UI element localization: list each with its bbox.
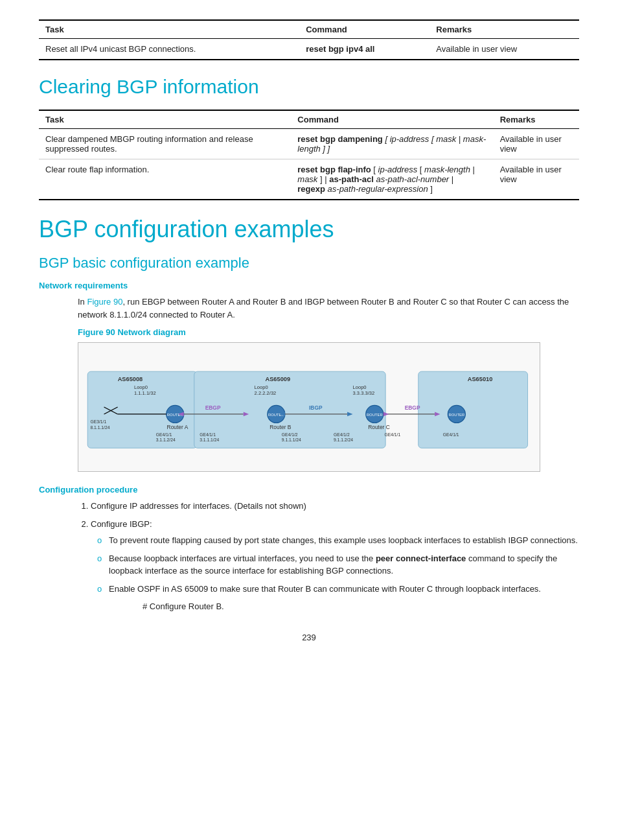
svg-text:EBGP: EBGP bbox=[405, 404, 420, 411]
svg-text:9.1.1.2/24: 9.1.1.2/24 bbox=[334, 438, 353, 442]
svg-text:Router C: Router C bbox=[368, 424, 390, 430]
svg-text:ROUTER: ROUTER bbox=[367, 413, 383, 417]
svg-text:3.3.3.3/32: 3.3.3.3/32 bbox=[353, 390, 375, 396]
svg-text:8.1.1.1/24: 8.1.1.1/24 bbox=[90, 425, 109, 430]
hash-line: # Configure Router B. bbox=[143, 600, 579, 613]
command-cell: reset bgp ipv4 all bbox=[299, 39, 429, 60]
list-item: To prevent route flapping caused by port… bbox=[97, 534, 579, 547]
top-col-remarks: Remarks bbox=[429, 20, 579, 39]
svg-text:EBGP: EBGP bbox=[205, 404, 221, 411]
svg-text:Loop0: Loop0 bbox=[134, 384, 148, 390]
top-table-section: Task Command Remarks Reset all IPv4 unic… bbox=[39, 19, 579, 60]
figure-90-link[interactable]: Figure 90 bbox=[87, 297, 122, 307]
svg-text:3.1.1.2/24: 3.1.1.2/24 bbox=[156, 438, 176, 442]
svg-text:9.1.1.1/24: 9.1.1.1/24 bbox=[282, 438, 301, 442]
list-item: Because loopback interfaces are virtual … bbox=[97, 552, 579, 578]
table-row: Reset all IPv4 unicast BGP connections. … bbox=[39, 39, 579, 60]
svg-text:GE4/1/1: GE4/1/1 bbox=[200, 432, 216, 437]
command-cell: reset bgp flap-info [ ip-address [ mask-… bbox=[291, 159, 493, 200]
svg-text:ROUTER: ROUTER bbox=[448, 413, 464, 417]
svg-text:GE4/1/1: GE4/1/1 bbox=[384, 432, 400, 437]
svg-text:GE4/1/2: GE4/1/2 bbox=[334, 432, 350, 437]
svg-text:GE4/1/1: GE4/1/1 bbox=[443, 432, 459, 437]
svg-text:GE4/1/1: GE4/1/1 bbox=[156, 432, 172, 437]
bgp-examples-title: BGP configuration examples bbox=[39, 216, 579, 243]
top-col-command: Command bbox=[299, 20, 429, 39]
network-req-title: Network requirements bbox=[39, 281, 579, 290]
svg-text:Router B: Router B bbox=[269, 424, 292, 430]
clearing-table: Task Command Remarks Clear dampened MBGP… bbox=[39, 110, 579, 200]
page-number: 239 bbox=[39, 633, 579, 642]
list-item: Configure IP addresses for interfaces. (… bbox=[91, 500, 579, 513]
config-steps: Configure IP addresses for interfaces. (… bbox=[78, 500, 579, 613]
svg-text:AS65010: AS65010 bbox=[468, 376, 493, 382]
network-diagram-svg: AS65008 AS65009 AS65010 Loop0 1.1.1.1/32… bbox=[85, 349, 533, 465]
list-item: Configure IBGP: To prevent route flappin… bbox=[91, 518, 579, 613]
table-row: Clear dampened MBGP routing information … bbox=[39, 129, 579, 159]
list-item: Enable OSPF in AS 65009 to make sure tha… bbox=[97, 583, 579, 596]
task-cell: Clear route flap information. bbox=[39, 159, 291, 200]
svg-rect-2 bbox=[418, 371, 528, 448]
svg-text:IBGP: IBGP bbox=[309, 404, 323, 411]
top-col-task: Task bbox=[39, 20, 299, 39]
figure-label: Figure 90 Network diagram bbox=[78, 327, 540, 337]
clear-col-command: Command bbox=[291, 110, 493, 129]
svg-text:Loop0: Loop0 bbox=[353, 384, 367, 390]
svg-text:3.1.1.1/24: 3.1.1.1/24 bbox=[200, 438, 219, 442]
task-cell: Clear dampened MBGP routing information … bbox=[39, 129, 291, 159]
svg-text:Loop0: Loop0 bbox=[255, 384, 268, 390]
clear-col-task: Task bbox=[39, 110, 291, 129]
svg-text:GE4/1/2: GE4/1/2 bbox=[282, 432, 298, 437]
svg-text:AS65009: AS65009 bbox=[265, 376, 290, 382]
svg-text:Router A: Router A bbox=[167, 424, 189, 430]
command-cell: reset bgp dampening [ ip-address [ mask … bbox=[291, 129, 493, 159]
table-row: Clear route flap information. reset bgp … bbox=[39, 159, 579, 200]
clearing-section: Clearing BGP information Task Command Re… bbox=[39, 76, 579, 200]
clearing-title: Clearing BGP information bbox=[39, 76, 579, 98]
svg-text:AS65008: AS65008 bbox=[118, 376, 143, 382]
clear-col-remarks: Remarks bbox=[494, 110, 579, 129]
config-proc-title: Configuration procedure bbox=[39, 485, 579, 495]
remarks-cell: Available in user view bbox=[494, 159, 579, 200]
svg-text:GE3/1/1: GE3/1/1 bbox=[90, 419, 106, 424]
remarks-cell: Available in user view bbox=[429, 39, 579, 60]
task-cell: Reset all IPv4 unicast BGP connections. bbox=[39, 39, 299, 60]
bgp-examples-section: BGP configuration examples BGP basic con… bbox=[39, 216, 579, 613]
network-diagram: AS65008 AS65009 AS65010 Loop0 1.1.1.1/32… bbox=[78, 342, 540, 472]
top-table: Task Command Remarks Reset all IPv4 unic… bbox=[39, 19, 579, 60]
remarks-cell: Available in user view bbox=[494, 129, 579, 159]
svg-text:2.2.2.2/32: 2.2.2.2/32 bbox=[255, 390, 277, 396]
network-req-body: In Figure 90, run EBGP between Router A … bbox=[78, 296, 579, 321]
sub-list: To prevent route flapping caused by port… bbox=[91, 534, 579, 595]
svg-text:1.1.1.1/32: 1.1.1.1/32 bbox=[134, 390, 156, 396]
bgp-basic-subtitle: BGP basic configuration example bbox=[39, 255, 579, 272]
svg-marker-44 bbox=[383, 412, 389, 417]
